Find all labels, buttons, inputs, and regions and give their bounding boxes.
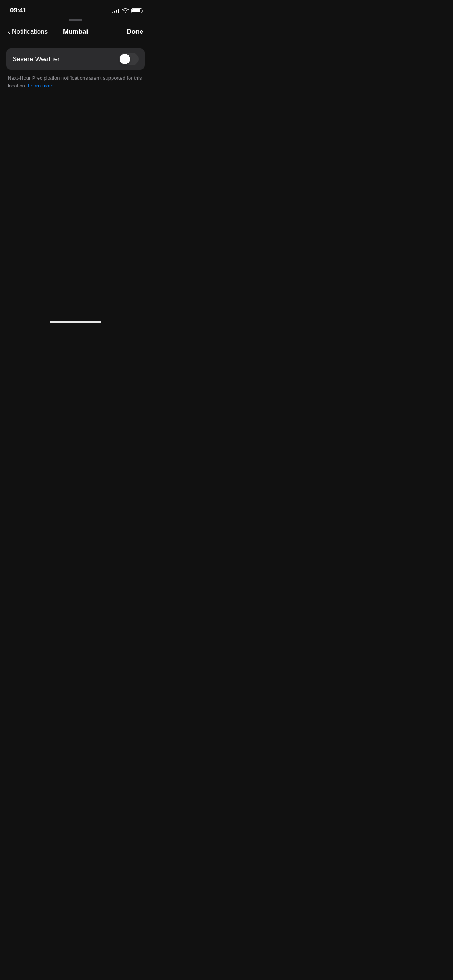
info-text: Next-Hour Precipitation notifications ar…: [6, 74, 145, 89]
signal-icon: [112, 8, 119, 13]
back-button[interactable]: ‹ Notifications: [8, 27, 48, 36]
severe-weather-card: Severe Weather: [6, 48, 145, 70]
home-indicator: [50, 321, 101, 323]
signal-bar-3: [116, 10, 117, 13]
sheet-handle: [69, 19, 82, 21]
severe-weather-toggle[interactable]: [119, 53, 139, 65]
status-icons: [112, 8, 143, 13]
severe-weather-row: Severe Weather: [12, 48, 139, 70]
toggle-thumb: [120, 54, 130, 64]
signal-bar-1: [112, 12, 113, 13]
content-area: Severe Weather Next-Hour Precipitation n…: [0, 41, 151, 89]
status-time: 09:41: [10, 7, 26, 14]
done-button[interactable]: Done: [127, 28, 144, 36]
chevron-left-icon: ‹: [8, 27, 10, 36]
battery-icon: [131, 8, 143, 13]
page-title: Mumbai: [63, 28, 88, 36]
wifi-icon: [122, 8, 129, 13]
learn-more-link[interactable]: Learn more…: [28, 83, 58, 89]
severe-weather-label: Severe Weather: [12, 55, 60, 63]
toggle-track: [119, 53, 139, 65]
signal-bar-2: [114, 11, 115, 13]
nav-bar: ‹ Notifications Mumbai Done: [0, 24, 151, 41]
signal-bar-4: [118, 9, 119, 13]
status-bar: 09:41: [0, 0, 151, 19]
back-label: Notifications: [12, 28, 48, 36]
